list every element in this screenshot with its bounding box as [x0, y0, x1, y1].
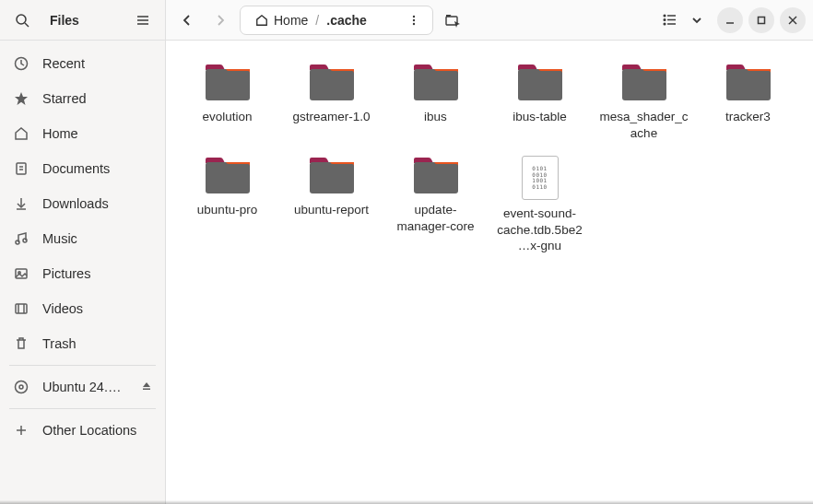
- window: Files RecentStarredHomeDocumentsDownload…: [0, 0, 813, 504]
- folder-ibus[interactable]: ibus: [383, 59, 488, 152]
- svg-point-25: [413, 22, 415, 24]
- svg-rect-34: [759, 17, 765, 23]
- path-home[interactable]: Home: [250, 11, 313, 29]
- folder-ibus-table[interactable]: ibus-table: [488, 59, 592, 152]
- sidebar-item-label: Pictures: [42, 266, 90, 281]
- svg-rect-37: [206, 69, 250, 100]
- toolbar: Home / .cache: [166, 0, 813, 41]
- home-icon: [13, 126, 29, 141]
- sidebar-item-label: Videos: [42, 301, 83, 316]
- svg-rect-6: [17, 163, 26, 174]
- svg-point-18: [16, 381, 28, 393]
- view-options-button[interactable]: [684, 7, 710, 33]
- item-label: event-sound-cache.tdb.5be2…x-gnu: [494, 205, 586, 254]
- close-button[interactable]: [780, 7, 806, 33]
- item-label: ubuntu-pro: [197, 202, 257, 218]
- sidebar-item-label: Trash: [42, 336, 77, 351]
- folder-evolution[interactable]: evolution: [175, 59, 279, 152]
- sidebar-item-label: Downloads: [42, 196, 109, 211]
- sidebar-menu-button[interactable]: [130, 7, 156, 33]
- folder-ubuntu-pro[interactable]: ubuntu-pro: [175, 152, 279, 265]
- folder-mesa-shader-cache[interactable]: mesa_shader_cache: [592, 59, 696, 152]
- clock-icon: [13, 56, 29, 71]
- view-list-icon: [663, 13, 677, 27]
- icon-grid: evolutiongstreamer-1.0ibusibus-tablemesa…: [175, 59, 804, 265]
- content-area[interactable]: evolutiongstreamer-1.0ibusibus-tablemesa…: [166, 41, 813, 504]
- trash-icon: [13, 336, 29, 351]
- svg-point-23: [413, 15, 415, 17]
- svg-rect-44: [310, 162, 354, 193]
- path-home-label: Home: [274, 13, 308, 28]
- item-label: ibus: [424, 109, 447, 125]
- sidebar-item-recent[interactable]: Recent: [0, 46, 165, 81]
- folder-icon: [308, 156, 356, 196]
- plus-icon: [13, 423, 29, 438]
- svg-rect-41: [622, 69, 666, 100]
- folder-icon: [620, 63, 668, 103]
- folder-icon: [516, 63, 564, 103]
- folder-update-manager-core[interactable]: update-manager-core: [383, 152, 488, 265]
- folder-ubuntu-report[interactable]: ubuntu-report: [279, 152, 383, 265]
- svg-point-31: [664, 19, 666, 21]
- item-label: ibus-table: [513, 109, 567, 125]
- maximize-button[interactable]: [748, 7, 774, 33]
- sidebar-item-label: Documents: [42, 161, 110, 176]
- sidebar-item-starred[interactable]: Starred: [0, 81, 165, 116]
- sidebar-item-home[interactable]: Home: [0, 116, 165, 151]
- view-list-button[interactable]: [656, 7, 682, 33]
- close-icon: [788, 16, 797, 25]
- pictures-icon: [13, 266, 29, 281]
- downloads-icon: [13, 196, 29, 211]
- sidebar-item-downloads[interactable]: Downloads: [0, 186, 165, 221]
- svg-line-1: [25, 23, 29, 27]
- main-area: Home / .cache: [166, 0, 813, 504]
- sidebar-item-other-locations[interactable]: Other Locations: [0, 413, 165, 448]
- folder-icon: [308, 63, 356, 103]
- focus-location-button[interactable]: [439, 6, 466, 34]
- svg-rect-39: [414, 69, 458, 100]
- sidebar-header: Files: [0, 0, 165, 41]
- svg-point-11: [16, 240, 19, 244]
- folder-gstreamer-1-0[interactable]: gstreamer-1.0: [279, 59, 383, 152]
- sidebar-item-label: Other Locations: [42, 423, 136, 438]
- sidebar-item-label: Home: [42, 126, 78, 141]
- forward-button[interactable]: [206, 6, 234, 34]
- minimize-button[interactable]: [717, 7, 743, 33]
- app-title: Files: [50, 13, 130, 28]
- folder-tracker3[interactable]: tracker3: [696, 59, 800, 152]
- sidebar-item-videos[interactable]: Videos: [0, 291, 165, 326]
- sidebar-item-music[interactable]: Music: [0, 221, 165, 256]
- home-icon: [255, 14, 268, 27]
- path-current-label: .cache: [326, 13, 367, 28]
- star-icon: [13, 91, 29, 106]
- svg-point-32: [664, 23, 666, 25]
- chevron-down-icon: [691, 15, 702, 26]
- sidebar-item-trash[interactable]: Trash: [0, 326, 165, 361]
- sidebar-item-documents[interactable]: Documents: [0, 151, 165, 186]
- svg-rect-43: [206, 162, 250, 193]
- sidebar-item-label: Music: [42, 231, 77, 246]
- svg-rect-15: [16, 304, 27, 313]
- folder-icon: [412, 63, 460, 103]
- back-button[interactable]: [173, 6, 201, 34]
- path-menu-button[interactable]: [401, 7, 427, 33]
- path-current[interactable]: .cache: [321, 11, 372, 29]
- chevron-left-icon: [181, 14, 194, 27]
- binary-file-icon: 0101001010010110: [522, 156, 559, 200]
- item-label: evolution: [202, 109, 252, 125]
- documents-icon: [13, 161, 29, 176]
- svg-rect-20: [143, 389, 150, 391]
- sidebar-item-label: Starred: [42, 91, 87, 106]
- svg-point-30: [664, 15, 666, 17]
- sidebar-item-pictures[interactable]: Pictures: [0, 256, 165, 291]
- file-event-sound-cache-tdb-5be2-x-gnu[interactable]: 0101001010010110event-sound-cache.tdb.5b…: [488, 152, 592, 265]
- svg-point-19: [19, 385, 23, 389]
- sidebar-item-label: Ubuntu 24.…: [42, 380, 121, 394]
- path-bar: Home / .cache: [240, 6, 433, 35]
- sidebar-item-mount[interactable]: Ubuntu 24.…: [0, 369, 165, 404]
- svg-rect-40: [518, 69, 562, 100]
- separator: [9, 408, 156, 409]
- search-button[interactable]: [9, 7, 35, 33]
- eject-button[interactable]: [141, 380, 152, 394]
- folder-cursor-icon: [444, 12, 461, 29]
